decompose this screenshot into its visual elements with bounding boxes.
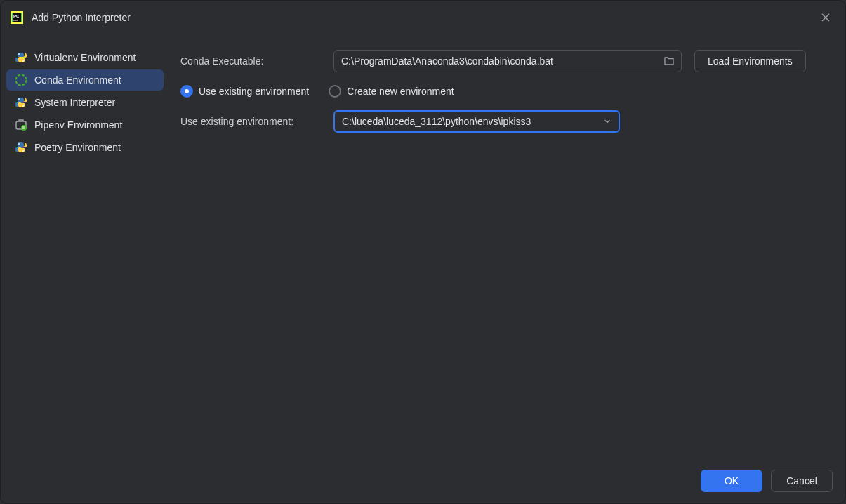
sidebar: Virtualenv Environment Conda Environment [6,44,164,460]
cancel-button[interactable]: Cancel [771,470,833,492]
svg-rect-4 [13,20,18,21]
svg-text:PC: PC [13,14,20,18]
conda-icon [15,74,27,86]
select-value: C:\luceda\luceda_3112\python\envs\ipkiss… [342,116,602,127]
close-icon [821,13,831,22]
conda-executable-input[interactable] [341,55,663,67]
existing-env-select[interactable]: C:\luceda\luceda_3112\python\envs\ipkiss… [333,110,620,133]
conda-executable-row: Conda Executable: Load Environments [180,50,834,72]
sidebar-item-label: Conda Environment [34,74,121,86]
titlebar: PC Add Python Interpreter [1,1,845,34]
main-panel: Conda Executable: Load Environments Use … [180,44,834,460]
pipenv-icon [15,119,27,131]
svg-point-7 [18,53,20,55]
conda-executable-input-wrap[interactable] [333,50,682,72]
sidebar-item-system[interactable]: System Interpreter [6,92,164,113]
dialog-footer: OK Cancel [1,460,845,503]
conda-executable-label: Conda Executable: [180,55,321,67]
folder-icon[interactable] [663,55,675,67]
svg-point-11 [22,105,24,107]
use-existing-label: Use existing environment: [180,116,321,127]
svg-point-10 [18,98,20,100]
load-environments-button[interactable]: Load Environments [694,50,806,72]
python-icon [15,96,27,109]
radio-circle-icon [329,85,341,98]
sidebar-item-label: Poetry Environment [34,142,121,153]
svg-point-9 [16,75,27,86]
ok-button[interactable]: OK [701,470,762,492]
dialog-title: Add Python Interpreter [32,12,807,23]
svg-point-15 [22,150,24,152]
radio-circle-icon [180,85,193,98]
pycharm-icon: PC [11,11,23,24]
sidebar-item-label: System Interpreter [34,97,115,108]
radio-use-existing[interactable]: Use existing environment [180,85,309,98]
radio-label: Use existing environment [199,86,309,97]
sidebar-item-conda[interactable]: Conda Environment [6,69,164,91]
svg-point-8 [22,60,24,62]
close-button[interactable] [816,8,835,27]
python-venv-icon [15,51,27,64]
radio-create-new[interactable]: Create new environment [329,85,454,98]
chevron-down-icon [602,116,613,127]
sidebar-item-virtualenv[interactable]: Virtualenv Environment [6,47,164,68]
sidebar-item-label: Pipenv Environment [34,119,122,131]
radio-label: Create new environment [347,86,454,97]
sidebar-item-label: Virtualenv Environment [34,52,136,63]
env-mode-radio-group: Use existing environment Create new envi… [180,85,834,98]
svg-point-13 [21,125,27,131]
sidebar-item-poetry[interactable]: Poetry Environment [6,137,164,158]
add-interpreter-dialog: PC Add Python Interpreter [0,0,846,504]
poetry-icon [15,141,27,154]
use-existing-row: Use existing environment: C:\luceda\luce… [180,110,834,133]
dialog-body: Virtualenv Environment Conda Environment [1,34,845,460]
svg-point-14 [18,143,20,145]
sidebar-item-pipenv[interactable]: Pipenv Environment [6,114,164,135]
